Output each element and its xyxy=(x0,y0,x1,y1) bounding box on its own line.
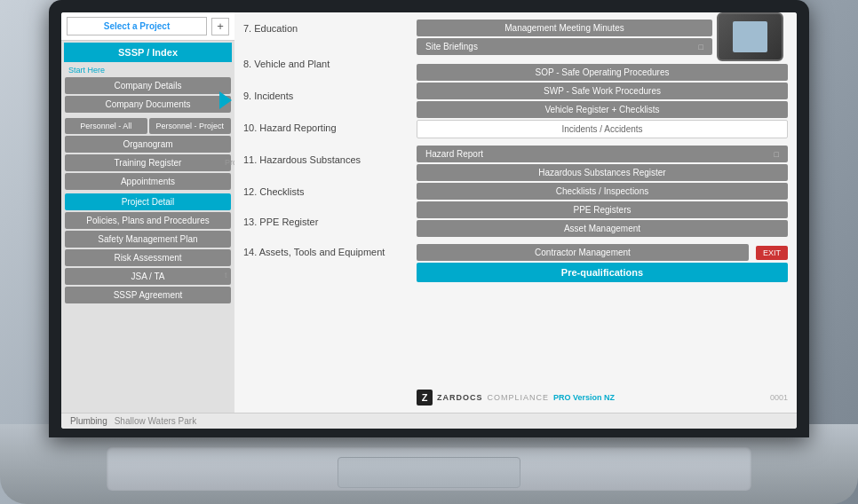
project-detail-btn[interactable]: Project Detail xyxy=(65,193,231,210)
menu-item-ppe: 13. PPE Register xyxy=(243,217,408,227)
screen: Select a Project + SSSP / Index Start He… xyxy=(61,12,797,429)
menu-item-education: 7. Education xyxy=(243,23,408,34)
organogram-btn[interactable]: Organogram xyxy=(65,136,231,153)
asset-management-btn[interactable]: Asset Management xyxy=(417,220,788,237)
company-details-btn[interactable]: Company Details xyxy=(65,77,231,94)
exit-button[interactable]: EXIT xyxy=(756,246,788,260)
site-briefings-btn[interactable]: Site Briefings □ xyxy=(417,38,712,55)
zardocs-icon: Z xyxy=(417,390,433,406)
compliance-text: COMPLIANCE xyxy=(488,393,550,402)
appointments-btn[interactable]: Appointments xyxy=(65,173,231,190)
hazard-report-btn[interactable]: Hazard Report □ xyxy=(417,146,788,162)
policies-plans-btn[interactable]: Policies, Plans and Procedures xyxy=(65,212,231,229)
screen-footer: Plumbing Shallow Waters Park xyxy=(61,413,797,429)
menu-item-hazardous: 11. Hazardous Substances xyxy=(243,154,408,165)
sssp-index-header[interactable]: SSSP / Index xyxy=(64,43,232,62)
location-text: Shallow Waters Park xyxy=(115,416,196,426)
laptop-bezel: Select a Project + SSSP / Index Start He… xyxy=(49,0,809,437)
menu-item-assets: 14. Assets, Tools and Equipment xyxy=(243,247,408,257)
sop-btn[interactable]: SOP - Safe Operating Procedures xyxy=(417,64,788,81)
sidebar: Select a Project + SSSP / Index Start He… xyxy=(61,12,234,413)
hazardous-substances-btn[interactable]: Hazardous Substances Register xyxy=(417,164,788,181)
menu-item-checklists: 12. Checklists xyxy=(243,186,408,197)
select-project-button[interactable]: Select a Project xyxy=(67,17,207,35)
pro-version-text: PRO Version NZ xyxy=(553,393,615,402)
main-content: 7. Education 8. Vehicle and Plant 9. Inc… xyxy=(234,12,797,413)
training-register-btn[interactable]: Training Register xyxy=(65,154,231,171)
page-number: 0001 xyxy=(770,393,788,402)
trackpad xyxy=(338,457,520,488)
sssp-agreement-btn[interactable]: SSSP Agreement xyxy=(65,287,231,303)
bottom-info-bar: Z ZARDOCS COMPLIANCE PRO Version NZ 0001 xyxy=(417,386,788,406)
personnel-all-btn[interactable]: Personnel - All xyxy=(65,118,147,134)
personnel-project-btn[interactable]: Personnel - Project xyxy=(149,118,232,134)
project-name: Plumbing xyxy=(70,416,107,426)
menu-list: 7. Education 8. Vehicle and Plant 9. Inc… xyxy=(243,20,408,406)
start-arrow xyxy=(219,91,232,109)
company-name: ZARDOCS xyxy=(437,393,483,402)
add-project-button[interactable]: + xyxy=(211,18,229,35)
company-documents-btn[interactable]: Company Documents xyxy=(65,96,231,113)
start-here-label: Start Here xyxy=(61,64,234,76)
risk-assessment-btn[interactable]: Risk Assessment xyxy=(65,249,231,266)
right-button-panel: Management Meeting Minutes Site Briefing… xyxy=(417,20,788,406)
contractor-management-btn[interactable]: Contractor Management xyxy=(417,244,749,261)
jsa-ta-btn[interactable]: JSA / TA xyxy=(65,268,231,285)
menu-item-vehicle: 8. Vehicle and Plant xyxy=(243,59,408,69)
t-edge-text: t xyxy=(225,271,227,280)
safety-management-btn[interactable]: Safety Management Plan xyxy=(65,231,231,248)
incidents-btn[interactable]: Incidents / Accidents xyxy=(417,120,788,138)
phone-image xyxy=(717,12,783,61)
management-meeting-btn[interactable]: Management Meeting Minutes xyxy=(417,20,712,36)
pre-qualifications-btn[interactable]: Pre-qualifications xyxy=(417,263,788,282)
vehicle-register-btn[interactable]: Vehicle Register + Checklists xyxy=(417,101,788,118)
checklists-inspections-btn[interactable]: Checklists / Inspections xyxy=(417,183,788,200)
menu-item-incidents: 9. Incidents xyxy=(243,91,408,101)
swp-btn[interactable]: SWP - Safe Work Procedures xyxy=(417,83,788,99)
select-project-bar: Select a Project + xyxy=(61,12,234,41)
ppe-registers-btn[interactable]: PPE Registers xyxy=(417,201,788,218)
menu-item-hazard: 10. Hazard Reporting xyxy=(243,122,408,133)
